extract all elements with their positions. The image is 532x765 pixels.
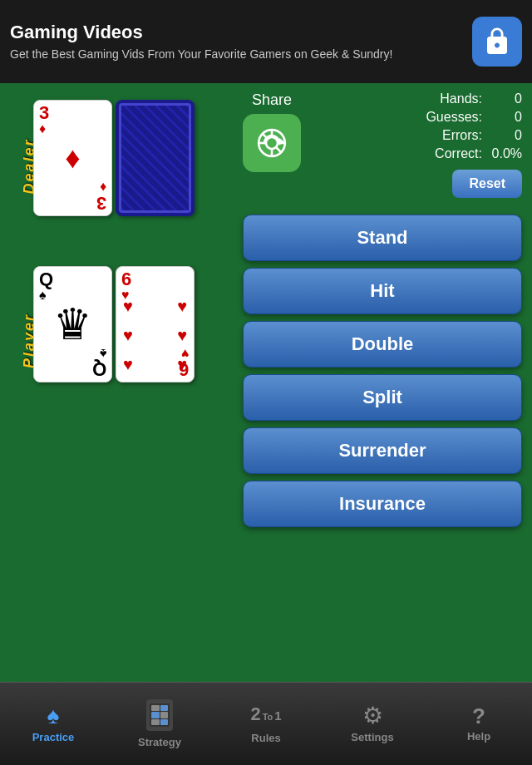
errors-label: Errors:	[416, 128, 482, 143]
correct-label: Correct:	[416, 146, 482, 161]
svg-point-1	[266, 137, 278, 149]
player-card1-face: ♛	[53, 303, 92, 346]
share-label: Share	[252, 91, 292, 109]
tab-strategy[interactable]: Strategy	[106, 683, 213, 765]
player-cards: Q ♠ ♛ Q ♠ 6 ♥ ♥ ♥	[33, 258, 233, 382]
rules-icon: 2 To 1	[250, 703, 281, 725]
player-card-1: Q ♠ ♛ Q ♠	[33, 266, 112, 382]
strategy-label: Strategy	[138, 736, 181, 748]
ad-title: Gaming Videos	[10, 22, 464, 43]
practice-label: Practice	[32, 731, 75, 743]
hands-label: Hands:	[416, 91, 482, 106]
hands-value: 0	[489, 91, 522, 106]
dealer-card1-center: ♦	[65, 141, 80, 175]
top-right-section: Share	[243, 91, 522, 198]
insurance-button[interactable]: Insurance	[243, 481, 522, 527]
share-icon	[482, 27, 512, 57]
stat-row-hands: Hands: 0	[309, 91, 522, 106]
strategy-grid	[150, 703, 170, 727]
player-card2-rank: 6	[121, 270, 131, 289]
dealer-card-2-back	[116, 100, 195, 216]
player-card2-rank-bottom: 6	[179, 360, 189, 378]
strategy-icon	[146, 699, 173, 731]
stat-row-correct: Correct: 0.0%	[309, 146, 522, 161]
tab-help[interactable]: ? Help	[426, 683, 532, 765]
player-card2-suit-bottom: ♥	[181, 347, 190, 360]
hit-button[interactable]: Hit	[243, 268, 522, 314]
correct-value: 0.0%	[489, 146, 522, 161]
dealer-card1-suit-bottom: ♦	[100, 180, 106, 194]
share-icon-button[interactable]	[243, 114, 301, 172]
tab-rules[interactable]: 2 To 1 Rules	[213, 683, 319, 765]
stand-button[interactable]: Stand	[243, 215, 522, 261]
reset-button[interactable]: Reset	[452, 170, 522, 198]
settings-icon: ⚙	[362, 704, 383, 728]
player-card1-rank-bottom: Q	[92, 360, 106, 378]
stats-block: Hands: 0 Guesses: 0 Errors: 0 Correct: 0…	[309, 91, 522, 198]
help-icon: ?	[472, 705, 485, 727]
action-buttons: Stand Hit Double Split Surrender Insuran…	[243, 215, 522, 527]
dealer-section: Dealer 3 ♦ ♦ 3 ♦	[8, 91, 233, 241]
player-card1-suit: ♠	[39, 289, 47, 302]
dealer-card1-rank-bottom: 3	[96, 194, 106, 212]
player-card-2: 6 ♥ ♥ ♥ ♥ ♥ ♥ ♥ 6 ♥	[116, 266, 195, 382]
double-button[interactable]: Double	[243, 321, 522, 368]
dealer-card-1: 3 ♦ ♦ 3 ♦	[33, 100, 112, 216]
ad-share-button[interactable]	[472, 17, 522, 67]
share-icon-svg	[254, 125, 290, 161]
player-card1-suit-bottom: ♠	[100, 347, 107, 360]
guesses-value: 0	[489, 110, 522, 125]
practice-icon: ♠	[47, 704, 60, 728]
stat-row-guesses: Guesses: 0	[309, 110, 522, 125]
split-button[interactable]: Split	[243, 374, 522, 421]
game-area: Dealer 3 ♦ ♦ 3 ♦ Player	[0, 83, 532, 682]
guesses-label: Guesses:	[416, 110, 482, 125]
cards-panel: Dealer 3 ♦ ♦ 3 ♦ Player	[0, 83, 233, 682]
card-back-pattern	[119, 103, 191, 213]
player-section: Player Q ♠ ♛ Q ♠ 6 ♥	[8, 258, 233, 424]
dealer-card1-suit: ♦	[39, 122, 46, 136]
settings-label: Settings	[351, 731, 393, 743]
tab-settings[interactable]: ⚙ Settings	[319, 683, 426, 765]
ad-banner[interactable]: Gaming Videos Get the Best Gaming Vids F…	[0, 0, 532, 83]
rules-tab-label: Rules	[251, 732, 280, 744]
errors-value: 0	[489, 128, 522, 143]
surrender-button[interactable]: Surrender	[243, 427, 522, 474]
ad-subtitle: Get the Best Gaming Vids From Your Favor…	[10, 47, 464, 62]
ad-text-block: Gaming Videos Get the Best Gaming Vids F…	[10, 22, 464, 62]
player-card2-pips-left: ♥ ♥ ♥	[123, 297, 133, 374]
help-label: Help	[467, 730, 490, 743]
tab-practice[interactable]: ♠ Practice	[0, 683, 106, 765]
tab-bar: ♠ Practice Strategy 2 To 1 Rules ⚙ Setti…	[0, 682, 532, 765]
dealer-cards: 3 ♦ ♦ 3 ♦	[33, 91, 233, 216]
stat-row-errors: Errors: 0	[309, 128, 522, 143]
right-panel: Share	[233, 83, 532, 682]
player-card1-rank: Q	[39, 270, 53, 289]
dealer-card1-rank: 3	[39, 104, 49, 122]
share-block: Share	[243, 91, 301, 198]
